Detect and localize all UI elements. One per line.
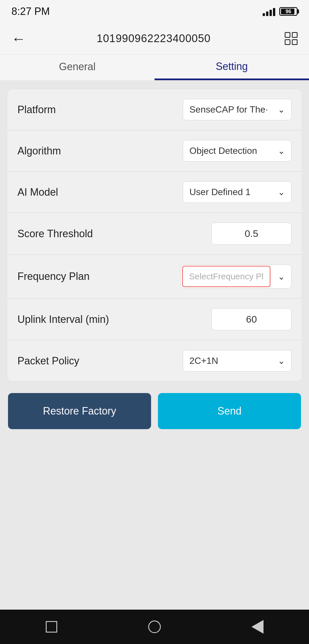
- algorithm-label: Algorithm: [17, 145, 61, 157]
- send-button[interactable]: Send: [158, 393, 301, 429]
- back-button[interactable]: ←: [11, 30, 26, 47]
- platform-row: Platform SenseCAP for The· ⌄: [7, 89, 302, 130]
- status-icons: 96: [263, 7, 298, 16]
- algorithm-value: Object Detection: [189, 146, 257, 156]
- ai-model-value: User Defined 1: [189, 187, 250, 197]
- circle-icon: [148, 621, 161, 633]
- square-icon: [46, 621, 57, 633]
- ai-model-row: AI Model User Defined 1 ⌄: [7, 172, 302, 213]
- packet-policy-row: Packet Policy 2C+1N ⌄: [7, 340, 302, 381]
- uplink-interval-row: Uplink Interval (min) 60: [7, 299, 302, 340]
- platform-dropdown[interactable]: SenseCAP for The· ⌄: [183, 99, 292, 120]
- packet-policy-label: Packet Policy: [17, 355, 79, 367]
- nav-home-button[interactable]: [43, 618, 60, 635]
- app-header: ← 101990962223400050: [0, 23, 309, 54]
- menu-box-icon: [292, 32, 298, 38]
- chevron-down-icon: ⌄: [278, 105, 285, 115]
- tab-bar: General Setting: [0, 54, 309, 80]
- frequency-plan-label: Frequency Plan: [17, 270, 90, 282]
- chevron-down-icon: ⌄: [278, 146, 285, 156]
- menu-box-icon: [285, 32, 290, 38]
- frequency-plan-input[interactable]: SelectFrequency Pl: [182, 266, 270, 287]
- menu-box-icon: [285, 39, 290, 45]
- battery-icon: 96: [279, 7, 298, 16]
- menu-icon[interactable]: [282, 32, 298, 45]
- frequency-plan-row: Frequency Plan SelectFrequency Pl ⌄: [7, 255, 302, 299]
- ai-model-dropdown[interactable]: User Defined 1 ⌄: [183, 181, 292, 203]
- uplink-interval-input[interactable]: 60: [211, 308, 292, 330]
- status-bar: 8:27 PM 96: [0, 0, 309, 23]
- signal-icon: [263, 7, 275, 16]
- platform-value: SenseCAP for The·: [189, 104, 268, 115]
- tab-setting[interactable]: Setting: [154, 54, 309, 80]
- packet-policy-dropdown[interactable]: 2C+1N ⌄: [183, 350, 292, 372]
- frequency-plan-dropdown[interactable]: SelectFrequency Pl ⌄: [181, 264, 292, 288]
- restore-factory-button[interactable]: Restore Factory: [8, 393, 151, 429]
- nav-back-button[interactable]: [146, 618, 163, 635]
- settings-card: Platform SenseCAP for The· ⌄ Algorithm O…: [7, 89, 302, 382]
- page-title: 101990962223400050: [97, 32, 211, 45]
- chevron-down-icon: ⌄: [272, 266, 291, 287]
- algorithm-row: Algorithm Object Detection ⌄: [7, 130, 302, 172]
- score-threshold-row: Score Threshold 0.5: [7, 213, 302, 255]
- score-threshold-input[interactable]: 0.5: [211, 223, 292, 245]
- bottom-buttons: Restore Factory Send: [7, 393, 302, 429]
- chevron-down-icon: ⌄: [278, 356, 285, 366]
- algorithm-dropdown[interactable]: Object Detection ⌄: [183, 140, 292, 162]
- score-threshold-label: Score Threshold: [17, 228, 93, 240]
- chevron-down-icon: ⌄: [278, 187, 285, 197]
- tab-general[interactable]: General: [0, 54, 154, 80]
- platform-label: Platform: [17, 104, 56, 116]
- menu-box-icon: [292, 39, 298, 45]
- triangle-icon: [251, 620, 264, 634]
- bottom-nav: [0, 610, 309, 644]
- uplink-interval-label: Uplink Interval (min): [17, 313, 109, 325]
- status-time: 8:27 PM: [11, 5, 50, 17]
- nav-recent-button[interactable]: [249, 618, 266, 635]
- settings-content: Platform SenseCAP for The· ⌄ Algorithm O…: [0, 80, 309, 438]
- ai-model-label: AI Model: [17, 186, 58, 198]
- packet-policy-value: 2C+1N: [189, 356, 218, 366]
